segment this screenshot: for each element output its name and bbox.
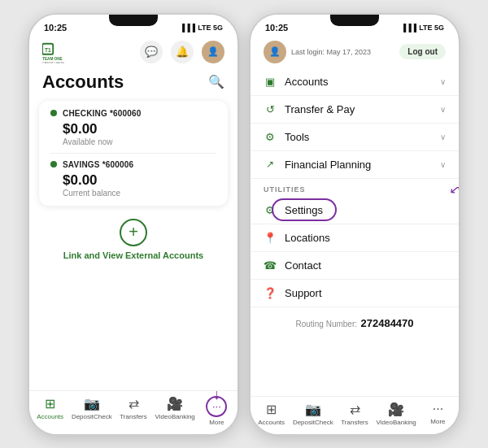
- logo: T1 TEAM ONE CREDIT UNION: [42, 41, 68, 63]
- routing-number: 272484470: [360, 317, 413, 329]
- nav-accounts[interactable]: ⊞ Accounts: [29, 396, 71, 426]
- phone2-nav-more[interactable]: ··· More: [417, 402, 459, 426]
- chat-icon-btn[interactable]: 💬: [140, 41, 163, 63]
- search-button[interactable]: 🔍: [208, 74, 224, 89]
- phone2-transfers-nav-label: Transfers: [341, 419, 368, 426]
- svg-text:T1: T1: [45, 47, 51, 53]
- svg-text:CREDIT UNION: CREDIT UNION: [42, 61, 64, 63]
- menu-tools[interactable]: ⚙ Tools ∨: [251, 124, 459, 151]
- phone2-accounts-nav-label: Accounts: [258, 419, 285, 426]
- external-link-area[interactable]: + Link and View External Accounts: [29, 219, 237, 260]
- videobanking-nav-icon: 🎥: [167, 396, 183, 411]
- menu-screen: ▣ Accounts ∨ ↺ Transfer & Pay ∨ ⚙ Tools …: [251, 68, 459, 396]
- phone2-nav-deposit[interactable]: 📷 DepositCheck: [292, 402, 333, 426]
- phone2-time: 10:25: [265, 23, 288, 33]
- lte-label: LTE 5G: [198, 24, 223, 32]
- financial-menu-label: Financial Planning: [285, 159, 432, 171]
- menu-accounts[interactable]: ▣ Accounts ∨: [251, 68, 459, 96]
- deposit-nav-icon: 📷: [84, 396, 100, 411]
- notification-icon-btn[interactable]: 🔔: [171, 41, 194, 63]
- checking-sub: Available now: [63, 137, 216, 146]
- checking-dot: [50, 110, 57, 116]
- support-menu-icon: ❓: [264, 287, 277, 299]
- menu-transfer-pay[interactable]: ↺ Transfer & Pay ∨: [251, 96, 459, 124]
- phone2-nav-videobanking[interactable]: 🎥 VideoBanking: [376, 402, 417, 426]
- videobanking-nav-label: VideoBanking: [155, 413, 195, 420]
- accounts-menu-label: Accounts: [285, 76, 432, 88]
- phone-menu: 10:25 ▐▐▐ LTE 5G 👤 Last login: May 17, 2…: [249, 13, 460, 436]
- phone2-notch: [330, 15, 379, 26]
- phone2-avatar[interactable]: 👤: [264, 41, 286, 63]
- locations-menu-label: Locations: [285, 232, 446, 244]
- logout-button[interactable]: Log out: [399, 44, 446, 59]
- checking-account-card[interactable]: CHECKING *600060 $0.00 Available now SAV…: [39, 101, 228, 206]
- phone2-more-nav-label: More: [430, 418, 445, 425]
- menu-locations[interactable]: 📍 Locations: [251, 224, 459, 252]
- tools-chevron: ∨: [440, 133, 446, 141]
- title-bar: Accounts 🔍: [29, 68, 237, 98]
- financial-chevron: ∨: [440, 160, 446, 169]
- phone2-videobanking-nav-icon: 🎥: [388, 402, 404, 417]
- bottom-nav: ⊞ Accounts 📷 DepositCheck ⇄ Transfers 🎥 …: [29, 390, 237, 434]
- phone2-bottom-nav: ⊞ Accounts 📷 DepositCheck ⇄ Transfers 🎥 …: [251, 396, 459, 434]
- phone2-status-icons: ▐▐▐ LTE 5G: [401, 24, 444, 32]
- menu-contact[interactable]: ☎ Contact: [251, 252, 459, 280]
- savings-sub: Current balance: [63, 189, 216, 198]
- savings-name: SAVINGS *600006: [63, 160, 133, 169]
- accounts-nav-label: Accounts: [37, 413, 63, 420]
- user-info-area: 👤 Last login: May 17, 2023: [264, 41, 371, 63]
- deposit-nav-label: DepositCheck: [72, 413, 112, 420]
- savings-balance: $0.00: [63, 172, 216, 189]
- more-nav-icon: ···: [212, 400, 221, 412]
- user-avatar[interactable]: 👤: [202, 41, 224, 63]
- checking-balance: $0.00: [63, 121, 216, 137]
- phone-accounts: 10:25 ▐▐▐ LTE 5G T1 TEAM ONE CREDIT UNIO…: [28, 13, 239, 436]
- nav-more[interactable]: ··· More ↓: [196, 396, 237, 426]
- phone2-videobanking-nav-label: VideoBanking: [377, 419, 416, 426]
- support-menu-label: Support: [285, 287, 446, 299]
- transfers-nav-label: Transfers: [120, 413, 147, 420]
- header-actions: 💬 🔔 👤: [140, 41, 224, 63]
- accounts-menu-icon: ▣: [264, 76, 277, 88]
- phone2-accounts-nav-icon: ⊞: [266, 402, 277, 417]
- team-one-logo: T1 TEAM ONE CREDIT UNION: [42, 41, 68, 63]
- menu-settings[interactable]: ⚙ Settings ↪: [251, 197, 459, 224]
- transfer-menu-label: Transfer & Pay: [285, 103, 432, 115]
- svg-text:TEAM ONE: TEAM ONE: [42, 57, 63, 61]
- contact-menu-icon: ☎: [264, 259, 277, 272]
- accounts-nav-icon: ⊞: [45, 396, 55, 411]
- menu-support[interactable]: ❓ Support: [251, 280, 459, 307]
- last-login-label: Last login: May 17, 2023: [291, 48, 371, 56]
- transfers-nav-icon: ⇄: [129, 396, 139, 411]
- contact-menu-label: Contact: [285, 259, 446, 272]
- add-external-icon: +: [120, 219, 147, 246]
- tools-menu-label: Tools: [285, 131, 432, 143]
- card-divider: [50, 153, 216, 154]
- nav-deposit-check[interactable]: 📷 DepositCheck: [71, 396, 112, 426]
- tools-menu-icon: ⚙: [264, 131, 277, 143]
- routing-label: Routing Number:: [295, 320, 357, 328]
- phone2-lte-label: LTE 5G: [419, 24, 444, 32]
- more-circle-highlight: ···: [206, 396, 227, 417]
- phone2-more-nav-icon: ···: [433, 402, 443, 416]
- phone-notch: [109, 15, 158, 26]
- savings-dot: [50, 161, 57, 167]
- menu-financial-planning[interactable]: ↗ Financial Planning ∨: [251, 151, 459, 179]
- transfer-menu-icon: ↺: [264, 103, 277, 115]
- checking-row: CHECKING *600060: [50, 109, 216, 118]
- app-header: T1 TEAM ONE CREDIT UNION 💬 🔔 👤: [29, 36, 237, 68]
- routing-area: Routing Number: 272484470: [251, 307, 459, 338]
- phone2-signal-icon: ▐▐▐: [401, 24, 416, 32]
- phone2-nav-transfers[interactable]: ⇄ Transfers: [333, 402, 375, 426]
- status-icons: ▐▐▐ LTE 5G: [180, 24, 223, 32]
- settings-menu-label: Settings: [285, 204, 446, 216]
- signal-icon: ▐▐▐: [180, 24, 195, 32]
- nav-transfers[interactable]: ⇄ Transfers: [112, 396, 154, 426]
- page-title: Accounts: [42, 72, 124, 93]
- checking-name: CHECKING *600060: [63, 109, 142, 118]
- phone2-header: 👤 Last login: May 17, 2023 Log out: [251, 36, 459, 68]
- phone2-nav-accounts[interactable]: ⊞ Accounts: [251, 402, 292, 426]
- financial-menu-icon: ↗: [264, 159, 277, 170]
- nav-videobanking[interactable]: 🎥 VideoBanking: [155, 396, 196, 426]
- phone2-deposit-nav-icon: 📷: [305, 402, 321, 417]
